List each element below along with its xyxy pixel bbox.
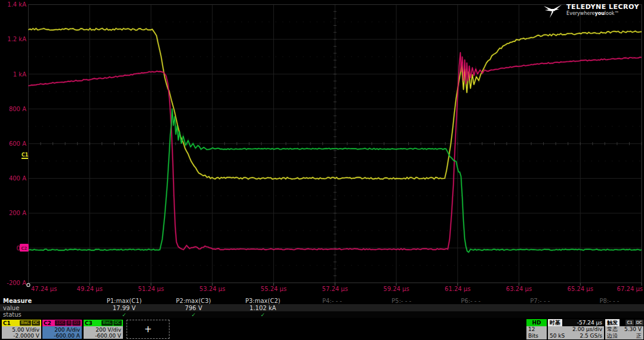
x-axis-label: 55.24 µs xyxy=(261,286,286,292)
channel-offset: -2.0000 V xyxy=(4,333,39,339)
trigger-coupling-badge: DC xyxy=(635,320,643,326)
y-axis-label: 800 A xyxy=(9,106,26,112)
channel-offset: -600.00 A xyxy=(44,333,80,339)
channel-badge: B xyxy=(66,320,72,326)
measure-value-p3: 1.102 kA xyxy=(228,305,297,311)
bit-depth-label: 12 Bits xyxy=(526,326,547,339)
timebase-scale: 2.00 µs/div xyxy=(550,326,602,333)
measure-status-p1: ✓ xyxy=(90,312,159,318)
channel-scale: 5.00 V/div xyxy=(4,327,39,333)
y-axis-label: 1.4 kA xyxy=(7,1,26,8)
x-axis-label: 65.24 µs xyxy=(568,286,593,292)
y-axis-label: -200 A xyxy=(7,280,26,286)
x-axis-label: 67.24 µs xyxy=(617,286,643,292)
timebase-delay: -57.24 µs xyxy=(562,319,604,326)
channel-badge: 1DC xyxy=(55,320,66,326)
timebase-box[interactable]: 时基 -57.24 µs 2.00 µs/div 50 kS 2.5 GS/s xyxy=(548,319,604,339)
brand-tagline: Everywhereyoulook™ xyxy=(566,11,639,17)
measure-status-p2: ✓ xyxy=(159,312,228,318)
channel-badge: DC xyxy=(113,320,122,326)
measure-value-p1: 17.99 V xyxy=(90,305,159,311)
measure-header-p4[interactable]: P4:- - - xyxy=(297,298,366,304)
x-axis-label: 61.24 µs xyxy=(445,286,470,292)
measure-table: Measure P1:max(C1)P2:max(C3)P3:max(C2)P4… xyxy=(0,298,644,318)
y-axis-label: 400 A xyxy=(9,175,26,182)
measure-status-p3: ✓ xyxy=(228,312,297,318)
trigger-level: 5.30 V xyxy=(624,326,642,333)
waveform-plot-area[interactable]: 1.4 kA1.2 kA1 kA800 A600 A400 A200 A0 A-… xyxy=(0,0,644,298)
channel-badge: BwL xyxy=(101,320,112,326)
y-axis-label: 200 A xyxy=(9,210,26,216)
measure-header-p6[interactable]: P6:- - - xyxy=(436,298,506,304)
channel-badge: DC xyxy=(32,320,40,326)
channel-badge: BwL xyxy=(20,320,30,326)
x-axis-label: 51.24 µs xyxy=(138,286,164,292)
channel-scale: 200 V/div xyxy=(85,327,121,333)
oscilloscope-screen: 1.4 kA1.2 kA1 kA800 A600 A400 A200 A0 A-… xyxy=(0,0,644,340)
y-axis-label: 600 A xyxy=(9,140,26,147)
trigger-box[interactable]: 触发 C1 DC 常态 5.30 V 边沿 正 xyxy=(605,319,643,339)
x-axis-label: 63.24 µs xyxy=(506,286,532,292)
channel-id-label: C2 xyxy=(44,320,51,326)
trigger-source-badge: C1 xyxy=(625,320,633,326)
measure-header-p8[interactable]: P8:- - - xyxy=(575,298,644,304)
descriptor-strip: C1BwLDC5.00 V/div-2.0000 VC21DCBD1200 A/… xyxy=(0,318,644,340)
measure-header-p3[interactable]: P3:max(C2) xyxy=(228,298,297,304)
plus-icon: + xyxy=(144,324,152,335)
x-axis-label: 59.24 µs xyxy=(383,286,409,292)
c1-zero-marker[interactable]: C1 xyxy=(21,152,29,158)
measure-header-p5[interactable]: P5:- - - xyxy=(367,298,436,304)
measure-header-p2[interactable]: P2:max(C3) xyxy=(159,298,228,304)
trigger-mode: 常态 xyxy=(607,326,618,333)
timebase-title: 时基 xyxy=(548,319,562,326)
x-axis-label: 49.24 µs xyxy=(77,286,103,292)
x-axis-label: 57.24 µs xyxy=(322,286,348,292)
channel-badge: D1 xyxy=(72,320,81,326)
value-row-label: value xyxy=(0,305,90,311)
channel-id-label: C3 xyxy=(85,320,93,326)
add-channel-button[interactable]: + xyxy=(127,320,170,339)
measure-value-p2: 796 V xyxy=(159,305,228,311)
y-axis-label: 1 kA xyxy=(13,71,26,78)
channel-descriptor-c3[interactable]: C3BwLDC200 V/div-600.00 V xyxy=(84,320,123,339)
y-axis-label: 1.2 kA xyxy=(7,36,26,42)
measure-row-label: Measure xyxy=(0,298,90,304)
timebase-samples: 50 kS xyxy=(550,333,565,339)
trigger-title: 触发 xyxy=(605,319,620,326)
status-row-label: status xyxy=(0,311,90,318)
lecroy-star-icon xyxy=(543,4,563,19)
measure-header-p1[interactable]: P1:max(C1) xyxy=(90,298,159,304)
x-axis-label: 53.24 µs xyxy=(199,286,225,292)
channel-offset: -600.00 V xyxy=(85,333,121,339)
trigger-time-marker[interactable] xyxy=(27,283,30,286)
brand-name: TELEDYNE LECROY xyxy=(566,4,639,11)
trigger-type: 边沿 xyxy=(607,333,618,339)
teledyne-lecroy-logo: TELEDYNE LECROY Everywhereyoulook™ xyxy=(543,4,639,19)
measure-header-p7[interactable]: P7:- - - xyxy=(506,298,575,304)
channel-descriptor-c2[interactable]: C21DCBD1200 A/div-600.00 A xyxy=(42,320,82,339)
c2-zero-marker-label: C2 xyxy=(21,246,27,251)
channel-id-label: C1 xyxy=(3,320,11,326)
c1-zero-marker-underline xyxy=(21,158,28,159)
hd-mode-label: HD xyxy=(526,319,547,326)
x-axis-label: 47.24 µs xyxy=(31,286,57,292)
trigger-slope: 正 xyxy=(636,333,642,339)
channel-scale: 200 A/div xyxy=(44,327,80,333)
channel-descriptor-c1[interactable]: C1BwLDC5.00 V/div-2.0000 V xyxy=(2,320,41,339)
timebase-rate: 2.5 GS/s xyxy=(580,333,602,339)
acquisition-mode-box[interactable]: HD 12 Bits xyxy=(526,319,547,339)
